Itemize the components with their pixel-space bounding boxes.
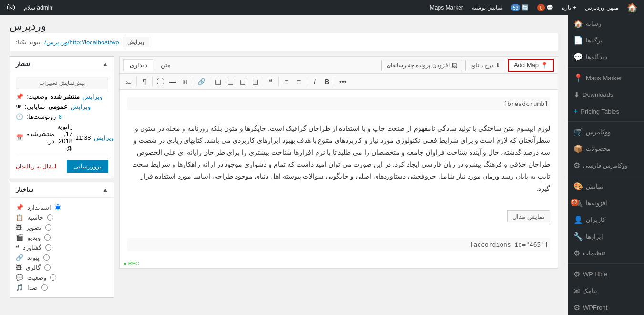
status-edit-link[interactable]: ویرایش (82, 93, 102, 100)
status-value: منتشر شده (50, 93, 80, 100)
permalink-url[interactable]: http://localhost/wp/وردپرس/ (44, 39, 119, 46)
editor-tabs-bar: 📍 Add Map ⬇ درج دانلود 🖼 افزودن پرونده چ… (120, 57, 558, 74)
sidebar-item-wp-hide[interactable]: WP Hide ⚙ (568, 266, 644, 283)
sidebar-item-settings[interactable]: تنظیمات ⚙ (568, 245, 644, 262)
updates-link[interactable]: 🔄 53 (508, 4, 532, 11)
sidebar-item-comments[interactable]: دیدگاه‌ها 💬 (568, 49, 644, 65)
sidebar-item-woo-fa[interactable]: ووکامرس فارسی ⚙ (568, 157, 644, 174)
revisions-link[interactable]: 8 (59, 113, 62, 120)
wpfront-icon: ⚙ (573, 303, 580, 312)
downloads-icon: ⬇ (573, 90, 580, 99)
permalink-edit-button[interactable]: ویرایش (123, 37, 149, 47)
mce-ul-btn[interactable]: ≡ (281, 76, 292, 87)
user-greeting[interactable]: سلام admin (21, 4, 55, 11)
mce-blockquote-btn[interactable]: ❝ (265, 76, 276, 87)
show-modal-button[interactable]: نمایش مدال (507, 210, 550, 222)
structure-label-link: پیوند (27, 254, 40, 261)
comments-icon: 💬 (573, 52, 583, 62)
structure-radio-status[interactable] (50, 274, 56, 281)
mce-align-center-btn[interactable]: ▤ (237, 76, 248, 87)
sidebar-item-downloads[interactable]: Downloads ⬇ (568, 86, 644, 103)
page-title-area: وردپرس (0, 15, 568, 32)
published-edit-link[interactable]: ویرایش (94, 134, 114, 141)
visibility-row: ویرایش عمومی نمایابی: 👁 (16, 103, 108, 110)
mce-align-justify-btn[interactable]: ▤ (212, 76, 224, 87)
sidebar-item-maps-marker[interactable]: Maps Marker 📍 (568, 70, 644, 86)
postbox-container: ▲ انتشار پیش‌نمایش تغییرات ویرایش منتشر … (10, 56, 114, 298)
structure-radio-video[interactable] (44, 234, 51, 241)
permalink-bar: ویرایش http://localhost/wp/وردپرس/ پیوند… (10, 32, 558, 52)
structure-list: استاندارد 📌 حاشیه 📋 تصویر (16, 202, 108, 293)
structure-box-title: ساختار (16, 186, 33, 193)
display-posts[interactable]: نمایش نوشته (469, 4, 505, 11)
download-icon: ⬇ (495, 62, 500, 69)
structure-box-header[interactable]: ▲ ساختار (10, 182, 114, 198)
structure-item-link: پیوند 🔗 (16, 252, 108, 262)
mce-align-right-btn[interactable]: ▤ (249, 76, 261, 87)
wp-logo-icon[interactable]: 🄦 (4, 3, 18, 13)
page-title: وردپرس (10, 20, 46, 32)
insert-download-button[interactable]: ⬇ درج دانلود (465, 60, 505, 71)
structure-icon-link: 🔗 (16, 254, 23, 261)
preview-button[interactable]: پیش‌نمایش تغییرات (16, 77, 108, 89)
mce-pilcrow-btn[interactable]: ¶ (139, 76, 150, 87)
mce-link-btn[interactable]: 🔗 (195, 76, 208, 87)
add-map-button[interactable]: 📍 Add Map (508, 59, 554, 72)
mce-hr-btn[interactable]: — (167, 76, 178, 87)
sidebar-item-woocommerce[interactable]: ووکامرس 🛒 (568, 124, 644, 140)
sidebar-item-appearance[interactable]: نمایش 🎨 (568, 178, 644, 195)
structure-radio-gallery[interactable] (44, 264, 51, 271)
tab-visual[interactable]: دیداری (123, 59, 153, 71)
structure-radio-link[interactable] (43, 254, 50, 261)
structure-radio-quote[interactable] (45, 244, 51, 251)
structure-label-gallery: گالری (26, 264, 41, 271)
updates-badge: 53 (511, 4, 520, 11)
admin-bar: 🏠 میهن وردپرس + تازه 💬 0 🔄 53 نمایش نوشت… (0, 0, 644, 15)
sidebar-item-wpfront[interactable]: WPFront ⚙ (568, 299, 644, 315)
mce-italic-btn[interactable]: I (309, 76, 320, 87)
structure-icon-aside: 📋 (16, 214, 23, 221)
mce-ol-btn[interactable]: ≡ (293, 76, 305, 87)
site-name[interactable]: میهن وردپرس (582, 4, 621, 11)
trash-link[interactable]: انتقال به زباله‌دان (16, 163, 56, 170)
update-button[interactable]: بروزرسانی (67, 160, 108, 173)
sidebar-item-sms[interactable]: پیامک ✉ (568, 283, 644, 299)
add-media-button[interactable]: 🖼 افزودن پرونده چندرسانه‌ای (381, 60, 462, 71)
sidebar-item-tools[interactable]: ابزارها 🔧 (568, 228, 644, 245)
tab-text[interactable]: متن (154, 59, 177, 71)
published-row: ویرایش 11:38 ژانویه 17, 2018 @ منتشرشده … (16, 123, 108, 152)
sidebar-item-rasa[interactable]: رسانه 🏠 (568, 15, 644, 32)
media-icon: 🖼 (451, 62, 457, 69)
structure-radio-image[interactable] (45, 224, 51, 231)
sidebar-item-users[interactable]: کاربران 👤 (568, 211, 644, 228)
publish-box: ▲ انتشار پیش‌نمایش تغییرات ویرایش منتشر … (10, 56, 114, 178)
mce-more-btn[interactable]: ••• (337, 76, 349, 87)
sidebar-item-plugins[interactable]: افزونه‌ها 🔌 52 (568, 195, 644, 211)
mce-bold-btn[interactable]: B (321, 76, 333, 87)
maps-marker-link[interactable]: Maps Marker (427, 4, 466, 11)
mce-fullscreen-btn[interactable]: ⛶ (154, 76, 166, 87)
sidebar-item-pages[interactable]: برگه‌ها 📄 (568, 32, 644, 49)
visibility-edit-link[interactable]: ویرایش (71, 103, 91, 110)
structure-radio-audio[interactable] (41, 284, 48, 291)
structure-label-status: وضعیت (27, 274, 46, 281)
structure-radio-aside[interactable] (47, 214, 53, 220)
comments-link[interactable]: 💬 0 (534, 4, 556, 11)
sidebar-item-pricing-tables[interactable]: Pricing Tables + (568, 103, 644, 119)
sidebar-item-products[interactable]: محصولات 📦 (568, 140, 644, 157)
structure-radio-standard[interactable] (55, 204, 61, 210)
sms-icon: ✉ (573, 286, 580, 295)
tools-icon: 🔧 (573, 232, 583, 241)
new-content[interactable]: + تازه (559, 4, 579, 11)
editor-content-wrap: [breadcrumb] لورم ایپسوم متن ساختگی با ت… (120, 90, 558, 268)
structure-label-aside: حاشیه (27, 214, 43, 221)
visibility-label: نمایابی: (25, 103, 45, 110)
published-time: 11:38 (75, 134, 91, 141)
editor-content[interactable]: [breadcrumb] لورم ایپسوم متن ساختگی با ت… (120, 90, 558, 259)
mce-table-btn[interactable]: ⊞ (179, 76, 191, 87)
wp-home-icon[interactable]: 🏠 (624, 2, 640, 13)
mce-align-left-btn[interactable]: ▤ (225, 76, 236, 87)
publish-box-header[interactable]: ▲ انتشار (10, 57, 114, 72)
editor-action-buttons: 📍 Add Map ⬇ درج دانلود 🖼 افزودن پرونده چ… (381, 59, 554, 72)
post-body: 📍 Add Map ⬇ درج دانلود 🖼 افزودن پرونده چ… (0, 52, 568, 303)
